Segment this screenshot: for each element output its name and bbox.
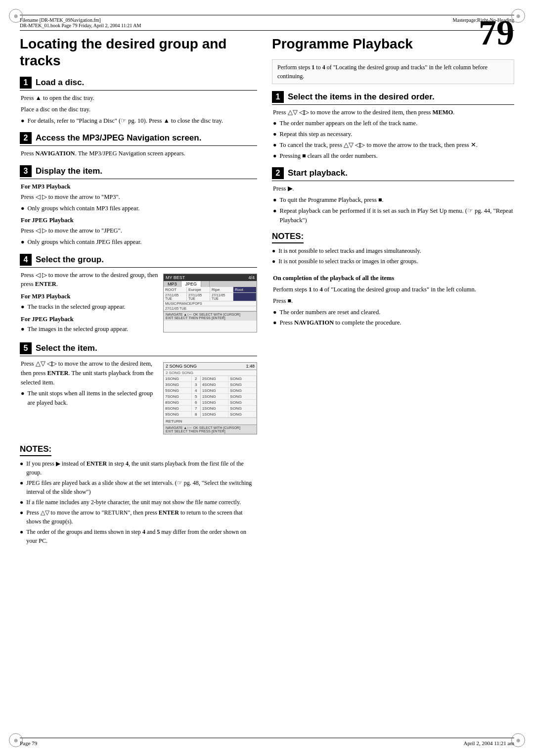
step-4-line1: Press ◁ ▷ to move the arrow to the desir… bbox=[21, 271, 158, 289]
right-step-1-b1: ● The order number appears on the left o… bbox=[273, 119, 514, 128]
screen-1-footer: NAVIGATE ▲↕↔ OK SELECT WITH [CURSOR]EXIT… bbox=[164, 311, 257, 321]
step-5-content: Press △▽ ◁▷ to move the arrow to the des… bbox=[20, 359, 158, 408]
right-step-1-b3-text: To cancel the track, press △▽ ◁▷ to move… bbox=[280, 141, 478, 150]
step-3-mp3-bullet-text: Only groups which contain MP3 files appe… bbox=[28, 204, 140, 213]
bullet-dot: ● bbox=[273, 195, 277, 205]
screen-1-count: 4/4 bbox=[248, 275, 255, 280]
step-4-text: Press ◁ ▷ to move the arrow to the desir… bbox=[20, 271, 158, 336]
step-5-bullet1-text: The unit stops when all items in the sel… bbox=[28, 389, 158, 408]
note-item-3: ● If a file name includes any 2-byte cha… bbox=[20, 498, 257, 507]
screen-cell: 27/11/05 TUE bbox=[210, 293, 233, 301]
step-3-mp3-text: Press ◁ ▷ to move the arrow to "MP3". bbox=[21, 192, 257, 202]
right-step-2-b1-text: To quit the Programme Playback, press ■. bbox=[280, 195, 384, 205]
left-notes-content: ● If you press ▶ instead of ENTER in ste… bbox=[20, 459, 257, 545]
step-2-title: Access the MP3/JPEG Navigation screen. bbox=[36, 133, 201, 143]
left-section-title: Locating the desired group and tracks bbox=[20, 36, 257, 69]
screen-cell2: 3 bbox=[192, 382, 201, 387]
step-3-mp3-bullet: ● Only groups which contain MP3 files ap… bbox=[21, 204, 257, 213]
right-step-1-b2-text: Repeat this step as necessary. bbox=[280, 130, 353, 139]
step-4-content: Press ◁ ▷ to move the arrow to the desir… bbox=[20, 271, 158, 334]
screen-cell2: 5SONG bbox=[164, 388, 192, 393]
screen-cell2: 1SONG bbox=[164, 376, 192, 381]
screen-2-row1: 1SONG 2 2SONG SONG bbox=[164, 376, 257, 382]
bullet-dot: ● bbox=[273, 318, 277, 328]
step-4-header: 4 Select the group. bbox=[20, 254, 257, 268]
right-step-2-title: Start playback. bbox=[288, 168, 348, 178]
screen-cell2: 1SONG bbox=[201, 400, 229, 405]
step-2-number: 2 bbox=[20, 132, 32, 144]
screen-cell2: SONG bbox=[228, 400, 257, 405]
note-5-text: The order of the groups and items shown … bbox=[26, 527, 257, 545]
bullet-dot: ● bbox=[20, 508, 23, 526]
bullet-dot: ● bbox=[20, 459, 23, 477]
step-3-mp3-label: For MP3 Playback bbox=[21, 182, 257, 191]
tab-mp3: MP3 bbox=[164, 281, 181, 287]
step-1-line1: Press ▲ to open the disc tray. bbox=[21, 94, 257, 103]
right-step-1-b4-text: Pressing ■ clears all the order numbers. bbox=[280, 151, 378, 161]
right-step-2-b2: ● Repeat playback can be performed if it… bbox=[273, 206, 514, 225]
completion-heading: On completion of the playback of all the… bbox=[273, 274, 514, 283]
step-4-jpeg-label: For JPEG Playback bbox=[21, 315, 158, 324]
step-5-line1: Press △▽ ◁▷ to move the arrow to the des… bbox=[21, 359, 158, 387]
screen-1-row-1: ROOT Europe Ripe Root bbox=[164, 287, 257, 293]
screen-cell2: 6 bbox=[192, 400, 201, 405]
screen-1-row-3: MUSIC/FRANCE/POPS bbox=[164, 301, 257, 306]
right-note-1: ● It is not possible to select tracks an… bbox=[272, 246, 514, 255]
completion-b1-text: The order numbers are reset and cleared. bbox=[280, 308, 381, 317]
tab-jpeg: JPEG bbox=[181, 281, 202, 287]
step-1-bullet1: ● For details, refer to "Placing a Disc"… bbox=[21, 116, 257, 126]
screen-2-row2: 3SONG 3 4SONG SONG bbox=[164, 382, 257, 388]
step-3-header: 3 Display the item. bbox=[20, 165, 257, 179]
screen-2-time: 1:48 bbox=[246, 364, 255, 369]
step-1-content: Press ▲ to open the disc tray. Place a d… bbox=[20, 94, 257, 125]
step-3-jpeg-text: Press ◁ ▷ to move the arrow to "JPEG". bbox=[21, 226, 257, 236]
right-section-title: Programme Playback bbox=[272, 36, 514, 52]
completion-content: On completion of the playback of all the… bbox=[272, 274, 514, 328]
right-step-2-header: 2 Start playback. bbox=[272, 167, 514, 181]
step-5-header: 5 Select the item. bbox=[20, 342, 257, 356]
screen-cell: Root bbox=[233, 287, 257, 292]
right-step-1-b1-text: The order number appears on the left of … bbox=[280, 119, 418, 128]
right-step-1-title: Select the items in the desired order. bbox=[288, 92, 435, 102]
right-step-2-content: Press ▶. ● To quit the Programme Playbac… bbox=[272, 184, 514, 225]
step-5-title: Select the item. bbox=[36, 343, 97, 353]
bullet-dot: ● bbox=[272, 257, 275, 266]
right-step-2-b1: ● To quit the Programme Playback, press … bbox=[273, 195, 514, 205]
screen-cell2: 2 bbox=[192, 376, 201, 381]
screen-cell2: 5 bbox=[192, 394, 201, 399]
screen-cell2: SONG bbox=[228, 412, 257, 417]
screen-cell2: SONG bbox=[228, 406, 257, 411]
footer-right: April 2, 2004 11:21 am bbox=[463, 740, 514, 746]
completion-b2-text: Press NAVIGATION to complete the procedu… bbox=[280, 318, 401, 328]
right-note-2: ● It is not possible to select tracks or… bbox=[272, 257, 514, 266]
completion-b1: ● The order numbers are reset and cleare… bbox=[273, 308, 514, 317]
screen-2-header: 2 SONG SONG 1:48 bbox=[164, 363, 257, 370]
right-column: Programme Playback Perform steps 1 to 4 … bbox=[272, 36, 514, 547]
bullet-dot: ● bbox=[21, 237, 25, 247]
step-4-with-screen: Press ◁ ▷ to move the arrow to the desir… bbox=[20, 271, 257, 336]
step-3-number: 3 bbox=[20, 165, 32, 177]
screen-cell2: 7 bbox=[192, 406, 201, 411]
bullet-dot: ● bbox=[20, 478, 23, 496]
right-notes: NOTES: ● It is not possible to select tr… bbox=[272, 232, 514, 266]
right-note-1-text: It is not possible to select tracks and … bbox=[278, 246, 421, 255]
right-step-2-b2-text: Repeat playback can be performed if it i… bbox=[280, 206, 514, 225]
step-4-title: Select the group. bbox=[36, 255, 104, 265]
header-bar: Filename [DR-M7EK_09Navigation.fm] DR-M7… bbox=[20, 15, 514, 31]
step-4-number: 4 bbox=[20, 254, 32, 266]
compass-top-left: ⊕ bbox=[9, 9, 23, 23]
screen-2: 2 SONG SONG 1:48 2 SONG SONG 1SONG 2 2SO… bbox=[163, 362, 257, 434]
completion-press: Press ■. bbox=[273, 296, 514, 306]
step-5-text: Press △▽ ◁▷ to move the arrow to the des… bbox=[20, 359, 158, 437]
step-1-line2: Place a disc on the disc tray. bbox=[21, 105, 257, 114]
screen-cell2: SONG bbox=[228, 388, 257, 393]
note-3-text: If a file name includes any 2-byte chara… bbox=[26, 498, 241, 507]
right-notes-title: NOTES: bbox=[272, 232, 304, 243]
step-3-jpeg-bullet-text: Only groups which contain JPEG files app… bbox=[28, 237, 142, 247]
completion-text: Perform steps 1 to 4 of "Locating the de… bbox=[273, 285, 514, 294]
screen-2-footer: NAVIGATE ▲↕↔ OK SELECT WITH [CURSOR]EXIT… bbox=[164, 425, 257, 434]
note-4-text: Press △▽ to move the arrow to "RETURN", … bbox=[26, 508, 257, 526]
right-step-1: 1 Select the items in the desired order.… bbox=[272, 91, 514, 161]
right-step-2-number: 2 bbox=[272, 167, 284, 179]
note-item-1: ● If you press ▶ instead of ENTER in ste… bbox=[20, 459, 257, 477]
